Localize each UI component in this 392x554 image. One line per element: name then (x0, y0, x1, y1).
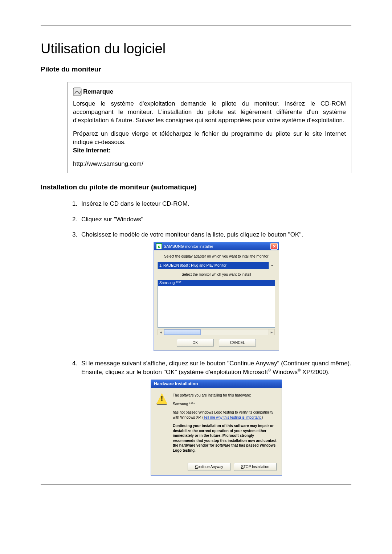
hw-titlebar: Hardware Installation (151, 380, 282, 388)
hw-title: Hardware Installation (154, 381, 198, 387)
section-driver-heading: Pilote du moniteur (41, 65, 351, 73)
step-1: Insérez le CD dans le lecteur CD-ROM. (79, 200, 351, 208)
hw-device: Samsung **** (173, 402, 277, 407)
step-3: Choisissez le modèle de votre moniteur d… (79, 231, 351, 350)
monitor-list-item[interactable]: Samsung **** (158, 280, 275, 286)
scroll-right-icon[interactable]: ► (269, 329, 275, 335)
continue-anyway-button[interactable]: Continue Anyway (188, 463, 230, 471)
installer-titlebar: s SAMSUNG monitor installer ✕ (154, 242, 279, 250)
divider-top (41, 25, 351, 26)
page-title: Utilisation du logiciel (41, 41, 351, 57)
warning-icon: ! (156, 393, 168, 405)
hw-bold: Continuing your installation of this sof… (173, 423, 277, 453)
monitor-label: Select the monitor which you want to ins… (158, 272, 275, 277)
ok-button[interactable]: OK (177, 339, 214, 347)
stop-installation-button[interactable]: STOP Installation (234, 463, 277, 471)
hw-line1: The software you are installing for this… (173, 393, 277, 398)
remark-box: Remarque Lorsque le système d'exploitati… (68, 82, 351, 173)
document-page: Utilisation du logiciel Pilote du monite… (0, 0, 392, 554)
cancel-button[interactable]: CANCEL (219, 339, 256, 347)
site-url: http://www.samsung.com/ (73, 160, 346, 168)
hardware-installation-dialog: Hardware Installation ! The software you… (151, 379, 282, 476)
adapter-label: Select the display adapter on which you … (158, 254, 275, 259)
hw-line2b: ) (262, 415, 263, 419)
scroll-left-icon[interactable]: ◄ (158, 329, 164, 335)
step-3-text: Choisissez le modèle de votre moniteur d… (81, 231, 303, 238)
monitor-listbox[interactable]: Samsung **** (158, 280, 275, 328)
step-2: Cliquez sur "Windows" (79, 216, 351, 224)
note-icon (73, 87, 82, 96)
chevron-down-icon[interactable]: ▾ (269, 262, 275, 269)
remark-p2: Préparez un disque vierge et téléchargez… (73, 130, 346, 145)
hw-link[interactable]: Tell me why this testing is important. (204, 415, 262, 419)
divider-bottom (41, 484, 351, 485)
horizontal-scrollbar[interactable]: ◄ ► (158, 329, 275, 335)
close-button[interactable]: ✕ (270, 243, 278, 250)
steps-list: Insérez le CD dans le lecteur CD-ROM. Cl… (68, 200, 351, 476)
scrollbar-thumb[interactable] (164, 329, 201, 335)
installer-title: SAMSUNG monitor installer (164, 244, 213, 249)
remark-p1: Lorsque le système d'exploitation demand… (73, 100, 346, 125)
installer-app-icon: s (156, 243, 162, 249)
adapter-value: 1. RADEON 9550 : Plug and Play Monitor (158, 263, 269, 268)
adapter-combobox[interactable]: 1. RADEON 9550 : Plug and Play Monitor ▾ (158, 262, 275, 269)
step-4-text: Si le message suivant s'affiche, cliquez… (81, 360, 351, 376)
installer-dialog: s SAMSUNG monitor installer ✕ Select the… (154, 242, 279, 351)
step-4: Si le message suivant s'affiche, cliquez… (79, 360, 351, 476)
site-label: Site Internet: (73, 147, 111, 154)
remark-label: Remarque (83, 88, 113, 96)
section-install-heading: Installation du pilote de moniteur (auto… (41, 183, 351, 191)
